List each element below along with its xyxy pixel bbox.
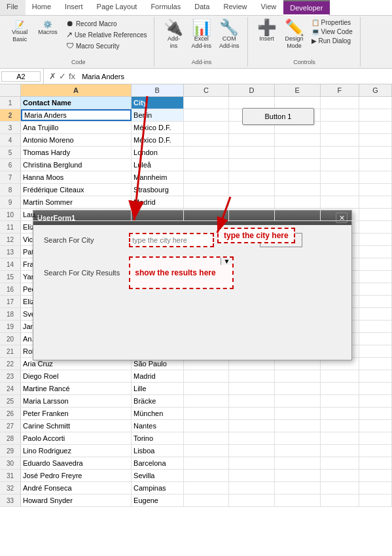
use-relative-button[interactable]: ↗ Use Relative References (64, 29, 149, 40)
cell-d27[interactable] (229, 420, 275, 432)
cell-g7[interactable] (359, 171, 392, 183)
col-header-g[interactable]: G (359, 84, 392, 96)
cell-g29[interactable] (359, 445, 392, 457)
cell-a25[interactable]: Maria Larsson (21, 395, 132, 407)
cell-b23[interactable]: Madrid (132, 370, 184, 382)
cell-c31[interactable] (184, 470, 230, 481)
cell-g9[interactable] (359, 196, 392, 208)
cell-d9[interactable] (229, 196, 275, 208)
record-macro-button[interactable]: ⏺ Record Macro (64, 18, 149, 29)
cell-b24[interactable]: Lille (132, 383, 184, 394)
cell-d25[interactable] (229, 395, 275, 407)
cell-e7[interactable] (275, 171, 321, 183)
cell-b29[interactable]: Lisboa (132, 445, 184, 457)
cell-a31[interactable]: José Pedro Freyre (21, 470, 132, 481)
cell-g25[interactable] (359, 395, 392, 407)
cell-f9[interactable] (321, 196, 360, 208)
addins-button[interactable]: 🔌 Add-ins (161, 18, 186, 51)
cell-b25[interactable]: Bräcke (132, 395, 184, 407)
cell-d33[interactable] (229, 495, 275, 506)
cell-b26[interactable]: München (132, 408, 184, 419)
cell-g15[interactable] (359, 271, 392, 283)
cell-d32[interactable] (229, 482, 275, 494)
cell-b32[interactable]: Campinas (132, 482, 184, 494)
cell-e24[interactable] (275, 383, 321, 394)
cell-d23[interactable] (229, 370, 275, 382)
cell-g31[interactable] (359, 470, 392, 481)
cell-e30[interactable] (275, 457, 321, 469)
cell-f1[interactable] (321, 97, 360, 109)
col-header-f[interactable]: F (321, 84, 360, 96)
cell-g5[interactable] (359, 147, 392, 158)
com-addins-button[interactable]: 🔧 COMAdd-ins (217, 18, 242, 51)
cell-d29[interactable] (229, 445, 275, 457)
cell-f3[interactable] (321, 122, 360, 133)
cell-c1[interactable] (184, 97, 230, 109)
cell-f28[interactable] (321, 432, 360, 444)
cell-a10[interactable]: Lau... (21, 209, 132, 220)
tab-insert[interactable]: Insert (58, 0, 90, 15)
tab-developer[interactable]: Developer (283, 0, 330, 16)
cell-e31[interactable] (275, 470, 321, 481)
insert-function-icon[interactable]: fx (69, 71, 75, 81)
cell-g21[interactable] (359, 345, 392, 357)
cell-d10[interactable] (229, 209, 275, 220)
cell-g22[interactable] (359, 358, 392, 370)
cell-a2[interactable]: Maria Anders (21, 109, 132, 121)
cell-f33[interactable] (321, 495, 360, 506)
cell-c33[interactable] (184, 495, 230, 506)
cell-reference[interactable] (1, 71, 41, 82)
cell-c32[interactable] (184, 482, 230, 494)
cell-a1[interactable]: Contact Name (21, 97, 132, 109)
cell-e6[interactable] (275, 159, 321, 171)
cell-c24[interactable] (184, 383, 230, 394)
cell-g32[interactable] (359, 482, 392, 494)
cell-b27[interactable]: Nantes (132, 420, 184, 432)
view-code-button[interactable]: 💻 View Code (310, 27, 355, 36)
excel-addins-button[interactable]: 📊 ExcelAdd-ins (188, 18, 214, 51)
cell-b6[interactable]: Luleå (132, 159, 184, 171)
cell-c26[interactable] (184, 408, 230, 419)
cell-d7[interactable] (229, 171, 275, 183)
excel-button-1[interactable]: Button 1 (242, 108, 314, 125)
cell-g14[interactable] (359, 258, 392, 270)
cell-g1[interactable] (359, 97, 392, 109)
cell-g19[interactable] (359, 321, 392, 332)
cell-f8[interactable] (321, 184, 360, 196)
cell-c3[interactable] (184, 122, 230, 133)
macros-button[interactable]: ⚙️ Macros (34, 18, 62, 38)
cell-f23[interactable] (321, 370, 360, 382)
cell-d30[interactable] (229, 457, 275, 469)
cell-f31[interactable] (321, 470, 360, 481)
cell-g6[interactable] (359, 159, 392, 171)
cell-a29[interactable]: Lino Rodriguez (21, 445, 132, 457)
tab-file[interactable]: File (0, 0, 26, 15)
cell-g17[interactable] (359, 296, 392, 307)
cell-g20[interactable] (359, 333, 392, 345)
cell-e25[interactable] (275, 395, 321, 407)
cell-a5[interactable]: Thomas Hardy (21, 147, 132, 158)
cell-e29[interactable] (275, 445, 321, 457)
insert-button[interactable]: ➕ Insert (255, 18, 279, 44)
cell-e8[interactable] (275, 184, 321, 196)
tab-review[interactable]: Review (217, 0, 254, 15)
cell-g11[interactable] (359, 221, 392, 233)
cell-d6[interactable] (229, 159, 275, 171)
cell-g18[interactable] (359, 308, 392, 320)
cell-f6[interactable] (321, 159, 360, 171)
cell-a32[interactable]: André Fonseca (21, 482, 132, 494)
cell-g13[interactable] (359, 246, 392, 258)
cell-a7[interactable]: Hanna Moos (21, 171, 132, 183)
search-button[interactable]: Search (260, 233, 302, 247)
cell-b31[interactable]: Sevilla (132, 470, 184, 481)
cell-g10[interactable] (359, 209, 392, 220)
cell-a4[interactable]: Antonio Moreno (21, 134, 132, 146)
col-header-b[interactable]: B (132, 84, 184, 96)
cell-f10[interactable] (321, 209, 360, 220)
cell-c4[interactable] (184, 134, 230, 146)
cell-e10[interactable] (275, 209, 321, 220)
col-header-a[interactable]: A (21, 84, 132, 96)
cell-c2[interactable] (184, 109, 230, 121)
cell-f25[interactable] (321, 395, 360, 407)
cell-b2[interactable]: Berlin (132, 109, 184, 121)
